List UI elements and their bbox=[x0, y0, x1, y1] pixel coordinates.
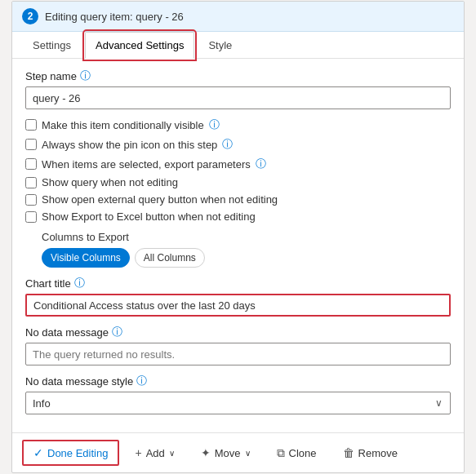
checkbox-label-6: Show Export to Excel button when not edi… bbox=[42, 210, 256, 223]
checkbox-row-1: Make this item conditionally visible ⓘ bbox=[25, 117, 451, 132]
panel-footer: ✓ Done Editing + Add ∨ ✦ Move ∨ ⧉ Clone … bbox=[12, 432, 464, 472]
chart-title-info-icon[interactable]: ⓘ bbox=[74, 276, 85, 290]
checkbox-row-4: Show query when not editing bbox=[25, 176, 451, 188]
tab-style[interactable]: Style bbox=[198, 32, 242, 59]
step-name-label: Step name ⓘ bbox=[25, 69, 451, 83]
checkbox-row-5: Show open external query button when not… bbox=[25, 193, 451, 206]
move-label: Move bbox=[215, 447, 241, 459]
no-data-style-label: No data message style ⓘ bbox=[25, 374, 451, 388]
checkbox-label-3: When items are selected, export paramete… bbox=[42, 158, 251, 171]
edit-panel: 2 Editing query item: query - 26 Setting… bbox=[11, 1, 465, 473]
checkbox-show-pin[interactable] bbox=[25, 139, 37, 150]
checkbox-show-excel[interactable] bbox=[25, 211, 37, 223]
panel-title: Editing query item: query - 26 bbox=[45, 11, 184, 23]
clone-label: Clone bbox=[289, 447, 317, 459]
no-data-style-info-icon[interactable]: ⓘ bbox=[136, 374, 147, 388]
no-data-message-field: No data message ⓘ bbox=[25, 325, 451, 365]
checkmark-icon: ✓ bbox=[33, 446, 43, 459]
checkbox-label-1: Make this item conditionally visible bbox=[42, 119, 204, 131]
checkbox-show-external[interactable] bbox=[25, 194, 37, 206]
no-data-style-select-wrapper: Info Warning Error Success bbox=[25, 392, 451, 414]
panel-header: 2 Editing query item: query - 26 bbox=[12, 2, 464, 32]
step-name-input[interactable] bbox=[25, 86, 451, 109]
cb3-info-icon[interactable]: ⓘ bbox=[256, 157, 266, 171]
checkbox-row-6: Show Export to Excel button when not edi… bbox=[25, 210, 451, 223]
add-button[interactable]: + Add ∨ bbox=[124, 441, 185, 465]
cb1-info-icon[interactable]: ⓘ bbox=[209, 117, 220, 132]
all-columns-button[interactable]: All Columns bbox=[135, 248, 205, 268]
move-icon: ✦ bbox=[201, 446, 211, 459]
checkbox-show-query[interactable] bbox=[25, 177, 37, 188]
remove-button[interactable]: 🗑 Remove bbox=[332, 441, 408, 465]
chart-title-field: Chart title ⓘ bbox=[25, 276, 451, 317]
no-data-style-label-text: No data message style bbox=[25, 375, 133, 388]
panel-body: Step name ⓘ Make this item conditionally… bbox=[12, 59, 464, 432]
step-name-field: Step name ⓘ bbox=[25, 69, 451, 109]
no-data-style-field: No data message style ⓘ Info Warning Err… bbox=[25, 374, 451, 414]
no-data-message-label: No data message ⓘ bbox=[25, 325, 451, 339]
no-data-message-info-icon[interactable]: ⓘ bbox=[112, 325, 122, 339]
checkbox-label-5: Show open external query button when not… bbox=[42, 193, 278, 206]
remove-label: Remove bbox=[358, 447, 398, 459]
move-button[interactable]: ✦ Move ∨ bbox=[190, 441, 261, 465]
checkbox-row-2: Always show the pin icon on this step ⓘ bbox=[25, 137, 451, 152]
columns-to-export-section: Columns to Export Visible Columns All Co… bbox=[42, 231, 451, 268]
plus-icon: + bbox=[135, 446, 141, 459]
clone-button[interactable]: ⧉ Clone bbox=[266, 441, 327, 466]
chart-title-label: Chart title ⓘ bbox=[25, 276, 451, 290]
add-chevron-icon: ∨ bbox=[169, 449, 175, 458]
move-chevron-icon: ∨ bbox=[245, 449, 251, 458]
no-data-message-input[interactable] bbox=[25, 343, 451, 365]
checkbox-label-2: Always show the pin icon on this step bbox=[42, 139, 217, 151]
checkbox-conditionally-visible[interactable] bbox=[25, 119, 37, 131]
cb2-info-icon[interactable]: ⓘ bbox=[222, 137, 233, 152]
chart-title-input[interactable] bbox=[25, 294, 451, 317]
clone-icon: ⧉ bbox=[277, 446, 285, 460]
step-name-info-icon[interactable]: ⓘ bbox=[80, 69, 91, 83]
done-editing-button[interactable]: ✓ Done Editing bbox=[22, 440, 119, 466]
trash-icon: 🗑 bbox=[343, 446, 354, 459]
chart-title-label-text: Chart title bbox=[25, 277, 71, 290]
checkbox-row-3: When items are selected, export paramete… bbox=[25, 157, 451, 171]
tab-settings[interactable]: Settings bbox=[22, 32, 82, 59]
no-data-message-label-text: No data message bbox=[25, 326, 109, 339]
checkboxes-group: Make this item conditionally visible ⓘ A… bbox=[25, 117, 451, 223]
checkbox-export-params[interactable] bbox=[25, 158, 37, 170]
export-button-group: Visible Columns All Columns bbox=[42, 248, 451, 268]
visible-columns-button[interactable]: Visible Columns bbox=[42, 248, 130, 268]
tab-bar: Settings Advanced Settings Style bbox=[12, 32, 464, 59]
done-editing-label: Done Editing bbox=[47, 447, 108, 459]
checkbox-label-4: Show query when not editing bbox=[42, 176, 178, 188]
no-data-style-select[interactable]: Info Warning Error Success bbox=[25, 392, 451, 414]
step-badge: 2 bbox=[22, 8, 38, 24]
step-name-label-text: Step name bbox=[25, 70, 77, 82]
columns-to-export-label: Columns to Export bbox=[42, 231, 451, 243]
tab-advanced-settings[interactable]: Advanced Settings bbox=[85, 32, 194, 59]
add-label: Add bbox=[146, 447, 165, 459]
